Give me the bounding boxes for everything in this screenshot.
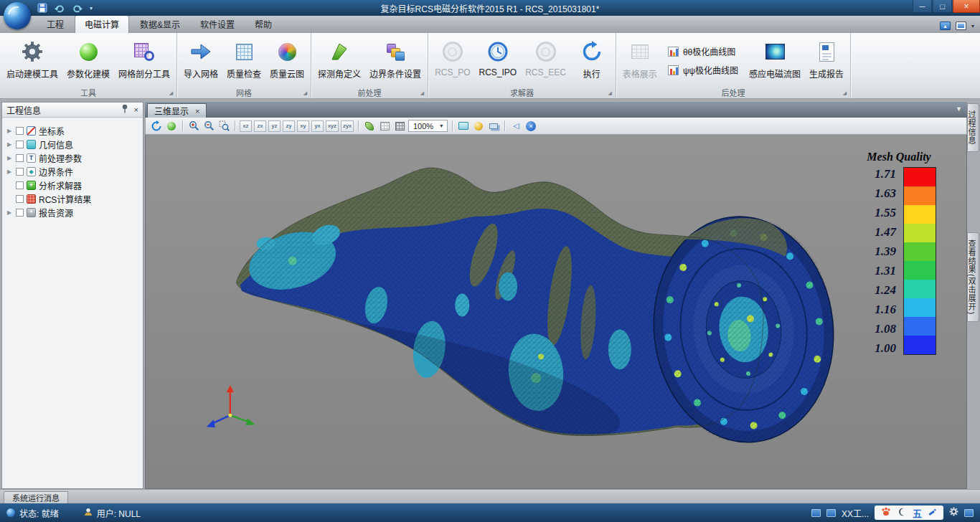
expander-icon[interactable]: ▶ xyxy=(6,141,13,148)
save-icon[interactable] xyxy=(37,3,47,13)
ribbon-options-chevron-icon[interactable]: ▾ xyxy=(971,23,974,29)
psi-polarization-curve-button[interactable]: ψψ极化曲线图 xyxy=(665,62,741,77)
model-3d[interactable] xyxy=(146,135,966,488)
tree-item-preprocess-params[interactable]: ▶ T 前处理参数 xyxy=(6,151,143,165)
tree-item-boundary-conditions[interactable]: ▶ ◆ 边界条件 xyxy=(6,165,143,179)
checkbox[interactable] xyxy=(16,195,24,203)
tab-help[interactable]: 帮助 xyxy=(245,16,281,33)
view-axis-button[interactable]: zy xyxy=(283,120,295,132)
tab-3d-display[interactable]: 三维显示 × xyxy=(147,103,207,118)
orbit-icon[interactable] xyxy=(150,120,163,133)
tab-list-chevron-icon[interactable]: ▼ xyxy=(956,105,962,113)
maximize-button[interactable]: □ xyxy=(933,0,952,13)
zoom-in-icon[interactable] xyxy=(187,120,200,133)
rcs-eec-button[interactable]: RCS_EEC xyxy=(521,35,570,86)
zoom-out-icon[interactable] xyxy=(202,120,215,133)
checkbox[interactable] xyxy=(16,209,24,217)
quality-check-button[interactable]: 质量检查 xyxy=(222,35,265,86)
dialog-launcher-icon[interactable]: ◢ xyxy=(843,90,847,96)
tray-display-icon[interactable] xyxy=(826,509,836,517)
pen-icon[interactable] xyxy=(928,508,937,518)
expander-icon[interactable]: ▶ xyxy=(6,169,13,175)
view-axis-button[interactable]: xz xyxy=(240,120,252,132)
pin-icon[interactable] xyxy=(121,104,128,115)
probe-angle-button[interactable]: 探测角定义 xyxy=(314,35,365,86)
expander-icon[interactable]: ▶ xyxy=(6,128,13,134)
checkbox[interactable] xyxy=(16,154,24,162)
legend-color-cell xyxy=(904,205,936,224)
induced-em-current-map-button[interactable]: 感应电磁流图 xyxy=(745,35,805,86)
render-leaf-icon[interactable] xyxy=(363,120,376,133)
quick-access-dropdown-icon[interactable]: ▾ xyxy=(90,5,93,11)
mesh-partition-tool-button[interactable]: 网格剖分工具 xyxy=(114,35,174,86)
table-display-button[interactable]: 表格展示 xyxy=(618,35,661,86)
zoom-window-icon[interactable] xyxy=(217,120,230,133)
tree-item-geometry-info[interactable]: ▶ 几何信息 xyxy=(6,138,143,151)
view-axis-button[interactable]: xyz xyxy=(326,120,339,132)
light-icon[interactable] xyxy=(472,120,485,133)
process-info-side-tab[interactable]: 过程信息 xyxy=(967,103,979,152)
view-axis-button[interactable]: zx xyxy=(254,120,266,132)
import-mesh-button[interactable]: 导入网格 xyxy=(179,35,222,86)
boundary-condition-button[interactable]: 边界条件设置 xyxy=(365,35,425,86)
grid-icon[interactable] xyxy=(393,120,406,133)
checkbox[interactable] xyxy=(16,141,24,148)
minimize-button[interactable]: ─ xyxy=(913,0,932,13)
tab-software-settings[interactable]: 软件设置 xyxy=(191,16,244,33)
ime-mode-label[interactable]: 五 xyxy=(913,506,922,520)
theta-polarization-curve-button[interactable]: θθ极化曲线图 xyxy=(665,44,741,59)
generate-report-button[interactable]: 生成报告 xyxy=(805,35,848,86)
parametric-modeling-button[interactable]: 参数化建模 xyxy=(62,35,114,86)
view-axis-button[interactable]: xy xyxy=(297,120,309,132)
moon-icon[interactable] xyxy=(897,508,906,518)
ime-toolbar[interactable]: 五 xyxy=(875,506,943,520)
tree-item-analysis-solver[interactable]: ▶ + 分析求解器 xyxy=(6,179,143,192)
paw-icon[interactable] xyxy=(881,507,891,518)
zoom-select[interactable]: 100% ▾ xyxy=(408,120,448,132)
dialog-launcher-icon[interactable]: ◢ xyxy=(303,90,307,96)
redo-icon[interactable] xyxy=(72,4,83,13)
tab-em-calculation[interactable]: 电磁计算 xyxy=(75,15,129,33)
close-view-icon[interactable]: × xyxy=(524,120,537,133)
shaded-mode-icon[interactable] xyxy=(165,120,178,133)
dialog-launcher-icon[interactable]: ◢ xyxy=(169,90,173,96)
dialog-launcher-icon[interactable]: ◢ xyxy=(608,90,611,96)
checkbox[interactable] xyxy=(16,168,24,176)
viewport-3d[interactable]: Mesh Quality 1.71 1.63 1.55 1.47 1.39 1.… xyxy=(145,135,967,489)
rcs-ipo-button[interactable]: RCS_IPO xyxy=(474,35,521,86)
expander-icon[interactable]: ▶ xyxy=(6,209,13,216)
tab-data-display[interactable]: 数据&显示 xyxy=(131,16,189,33)
tree-item-coordinate-system[interactable]: ▶ 坐标系 xyxy=(6,124,143,138)
panel-close-icon[interactable]: × xyxy=(134,105,138,114)
panel-up-icon[interactable]: ▲ xyxy=(940,22,951,30)
tab-close-icon[interactable]: × xyxy=(195,107,199,115)
checkbox[interactable] xyxy=(16,181,24,189)
execute-button[interactable]: 执行 xyxy=(570,35,613,86)
expander-icon[interactable]: ▶ xyxy=(6,155,13,161)
undo-icon[interactable] xyxy=(54,4,65,13)
quality-cloud-map-button[interactable]: 质量云图 xyxy=(265,35,308,86)
snapshot-icon[interactable] xyxy=(457,120,470,133)
layers-icon[interactable] xyxy=(487,120,500,133)
view-axis-button[interactable]: yx xyxy=(311,120,324,132)
back-arrow-icon[interactable]: ◁ xyxy=(509,120,522,133)
dialog-launcher-icon[interactable]: ◢ xyxy=(420,90,424,96)
tray-display-icon[interactable] xyxy=(811,509,821,517)
view-axis-button[interactable]: zyx xyxy=(341,120,354,132)
launch-modeling-tool-button[interactable]: 启动建模工具 xyxy=(2,35,62,86)
tab-project[interactable]: 工程 xyxy=(37,16,73,33)
tree-item-rcs-results[interactable]: ▶ RCS计算结果 xyxy=(6,192,143,206)
view-axis-button[interactable]: yz xyxy=(268,120,281,132)
system-messages-tab[interactable]: 系统运行消息 xyxy=(4,491,68,503)
wireframe-icon[interactable] xyxy=(378,120,391,133)
legend-value: 1.39 xyxy=(862,242,903,262)
settings-gear-icon[interactable] xyxy=(949,507,958,518)
tree-item-report-resources[interactable]: ▶ * 报告资源 xyxy=(6,206,143,219)
parameters-icon: T xyxy=(27,153,36,163)
display-icon[interactable] xyxy=(956,22,966,30)
rcs-po-button[interactable]: RCS_PO xyxy=(430,35,474,86)
tray-display-icon[interactable] xyxy=(964,509,974,517)
view-results-side-tab[interactable]: 查看结果(双击展开) xyxy=(967,232,979,322)
close-button[interactable]: × xyxy=(953,0,980,13)
checkbox[interactable] xyxy=(16,127,24,135)
